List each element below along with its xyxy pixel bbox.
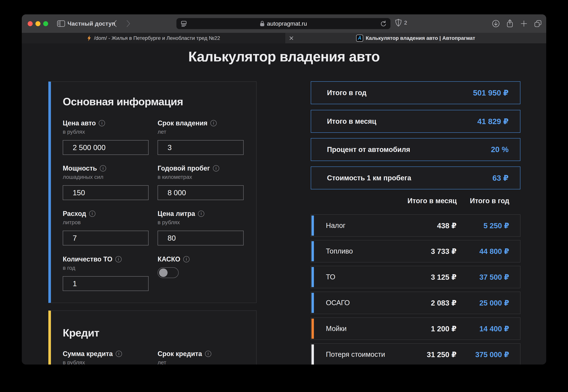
close-icon: [289, 36, 294, 41]
downloads-button[interactable]: [492, 19, 500, 28]
lock-icon: [260, 21, 265, 27]
page-settings-icon[interactable]: [180, 21, 187, 28]
browser-window: Частный доступ autopragmat.ru: [22, 14, 546, 364]
field-consumption: Расходi литров: [63, 210, 148, 245]
row-accent-bar: [311, 216, 314, 236]
field-power: Мощностьi лошадиных сил: [63, 164, 148, 200]
reload-icon: [380, 20, 387, 27]
tabs-icon: [534, 19, 542, 28]
sidebar-icon: [57, 20, 65, 27]
field-price: Цена автоi в рублях: [63, 119, 148, 155]
summary-cost-per-km: Стоимость 1 км пробега 63 ₽: [311, 167, 520, 189]
url-text: autopragmat.ru: [260, 20, 307, 27]
field-credit-amount: Сумма кредитаi в рублях: [63, 350, 148, 364]
web-page: Калькулятор владения авто Основная инфор…: [22, 43, 546, 364]
address-bar[interactable]: autopragmat.ru: [176, 18, 391, 29]
main-info-panel: Основная информация Цена автоi в рублях …: [48, 82, 257, 303]
blocked-trackers-count: 2: [404, 20, 407, 26]
lightning-favicon: [87, 35, 91, 41]
field-maintenance-count: Количество ТОi в год: [63, 255, 148, 291]
kasko-toggle[interactable]: [158, 267, 179, 278]
consumption-input[interactable]: [63, 231, 148, 245]
minimize-window-button[interactable]: [35, 21, 40, 26]
summary-total-month: Итого в месяц 41 829 ₽: [311, 110, 520, 133]
table-row-maintenance: ТО 3 125 ₽ 37 500 ₽: [311, 266, 520, 288]
tab-dom-thread[interactable]: /dom/ - Жилья в Петербурге и Ленобласти …: [22, 33, 285, 43]
plus-icon: [520, 20, 528, 28]
new-tab-button[interactable]: [520, 19, 528, 28]
section-title: Кредит: [63, 326, 99, 339]
info-icon[interactable]: i: [213, 165, 219, 171]
row-accent-bar: [311, 293, 314, 313]
field-annual-mileage: Годовой пробегi в километрах: [158, 164, 244, 200]
share-button[interactable]: [506, 19, 514, 28]
column-header-year: Итого в год: [470, 197, 509, 205]
power-input[interactable]: [63, 185, 148, 200]
tab-overview-button[interactable]: [534, 19, 542, 28]
toolbar-actions: [492, 19, 542, 28]
window-controls: [28, 21, 48, 26]
field-credit-term: Срок кредитаi лет: [158, 350, 244, 364]
toggle-knob: [159, 268, 168, 277]
info-icon[interactable]: i: [210, 120, 217, 126]
row-accent-bar: [311, 319, 314, 339]
autopragmat-favicon: A: [356, 35, 363, 42]
info-icon[interactable]: i: [116, 351, 122, 357]
table-row-depreciation: Потеря стоимости 31 250 ₽ 375 000 ₽: [311, 343, 520, 364]
page-title: Калькулятор владения авто: [22, 48, 546, 65]
download-icon: [492, 19, 500, 28]
chevron-right-icon: [126, 20, 131, 28]
field-kasko: КАСКОi: [158, 255, 244, 278]
browser-toolbar: Частный доступ autopragmat.ru: [22, 14, 546, 33]
tab-calculator[interactable]: A Калькулятор владения авто | Автопрагма…: [285, 33, 546, 43]
info-icon[interactable]: i: [198, 210, 204, 217]
info-icon[interactable]: i: [115, 256, 122, 262]
info-icon[interactable]: i: [205, 351, 211, 357]
close-tab-button[interactable]: [289, 35, 294, 41]
info-icon[interactable]: i: [89, 210, 95, 217]
tab-bar: /dom/ - Жилья в Петербурге и Ленобласти …: [22, 33, 546, 43]
row-accent-bar: [311, 344, 314, 364]
field-liter-price: Цена литраi в рублях: [158, 210, 244, 245]
private-browsing-label: Частный доступ: [68, 20, 115, 27]
reload-button[interactable]: [380, 20, 387, 27]
maintenance-count-input[interactable]: [63, 276, 148, 291]
liter-price-input[interactable]: [158, 231, 244, 245]
chevron-left-icon: [112, 20, 117, 28]
ownership-term-input[interactable]: [158, 140, 244, 155]
price-input[interactable]: [63, 140, 148, 155]
summary-percent-of-car: Процент от автомобиля 20 %: [311, 138, 520, 161]
row-accent-bar: [311, 241, 314, 261]
back-button[interactable]: [111, 20, 119, 28]
annual-mileage-input[interactable]: [158, 185, 244, 200]
table-row-fuel: Топливо 3 733 ₽ 44 800 ₽: [311, 240, 520, 262]
summary-total-year: Итого в год 501 950 ₽: [311, 81, 520, 104]
forward-button[interactable]: [124, 20, 132, 28]
table-row-tax: Налог 438 ₽ 5 250 ₽: [311, 214, 520, 237]
column-header-month: Итого в месяц: [408, 197, 457, 205]
row-accent-bar: [311, 267, 314, 287]
info-icon[interactable]: i: [183, 256, 189, 262]
share-icon: [506, 19, 514, 28]
info-icon[interactable]: i: [100, 165, 106, 171]
zoom-window-button[interactable]: [43, 21, 48, 26]
shield-icon: [395, 19, 402, 27]
table-row-washes: Мойки 1 200 ₽ 14 400 ₽: [311, 318, 520, 340]
table-row-osago: ОСАГО 2 083 ₽ 25 000 ₽: [311, 292, 520, 314]
info-icon[interactable]: i: [99, 120, 105, 126]
privacy-report-button[interactable]: 2: [395, 19, 407, 27]
section-title: Основная информация: [63, 95, 183, 108]
tab-title: /dom/ - Жилья в Петербурге и Ленобласти …: [94, 35, 220, 41]
tab-title: Калькулятор владения авто | Автопрагмат: [366, 35, 475, 41]
sidebar-toggle-button[interactable]: [57, 20, 66, 28]
close-window-button[interactable]: [28, 21, 33, 26]
credit-panel: Кредит Сумма кредитаi в рублях Срок кред…: [48, 310, 257, 364]
field-ownership-term: Срок владенияi лет: [158, 119, 244, 155]
